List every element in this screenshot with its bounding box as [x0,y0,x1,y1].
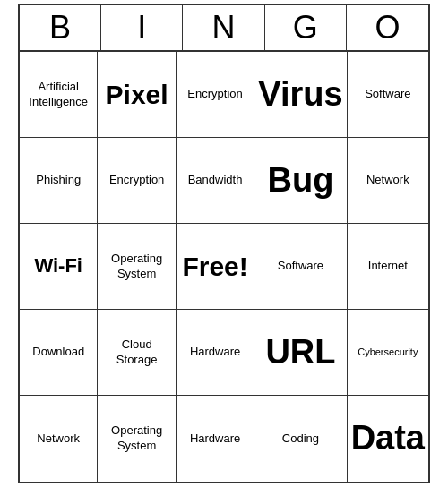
bingo-cell: Software [254,224,347,310]
header-letter: B [20,5,101,50]
bingo-header: BINGO [20,5,428,52]
bingo-cell: Hardware [177,310,254,396]
bingo-cell: URL [254,310,347,396]
bingo-cell: Artificial Intelligence [20,52,98,138]
bingo-card: BINGO Artificial IntelligencePixelEncryp… [18,4,430,483]
header-letter: N [183,5,264,50]
bingo-cell: Cloud Storage [98,310,176,396]
bingo-cell: Encryption [98,138,176,224]
bingo-cell: Network [20,396,98,482]
bingo-cell: Hardware [177,396,254,482]
bingo-cell: Virus [254,52,347,138]
bingo-cell: Bug [254,138,347,224]
bingo-cell: Internet [348,224,428,310]
bingo-cell: Wi-Fi [20,224,98,310]
bingo-grid: Artificial IntelligencePixelEncryptionVi… [20,52,428,482]
header-letter: G [265,5,347,50]
bingo-cell: Pixel [98,52,176,138]
bingo-cell: Download [20,310,98,396]
bingo-cell: Encryption [177,52,254,138]
bingo-cell: Coding [254,396,347,482]
bingo-cell: Phishing [20,138,98,224]
header-letter: I [101,5,183,50]
bingo-cell: Free! [177,224,254,310]
header-letter: O [347,5,428,50]
bingo-cell: Software [348,52,428,138]
bingo-cell: Operating System [98,396,176,482]
bingo-cell: Network [348,138,428,224]
bingo-cell: Operating System [98,224,176,310]
bingo-cell: Bandwidth [177,138,254,224]
bingo-cell: Cybersecurity [348,310,428,396]
bingo-cell: Data [348,396,428,482]
